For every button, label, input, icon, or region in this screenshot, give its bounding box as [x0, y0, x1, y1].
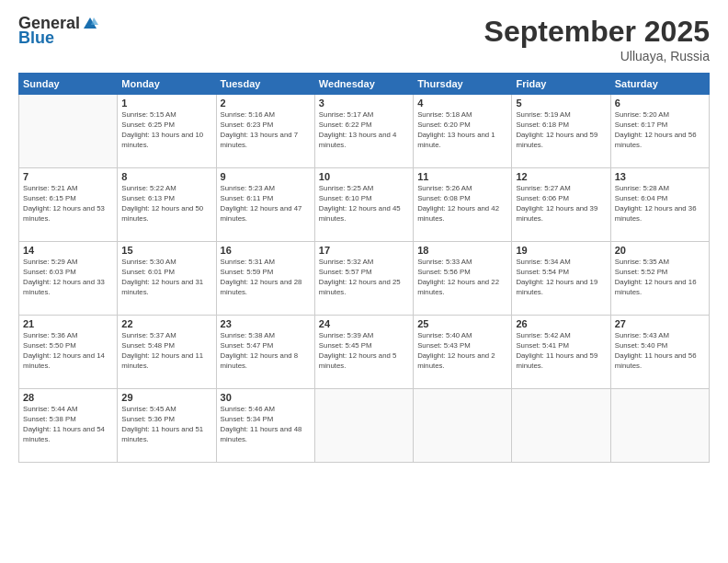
- day-info: Sunrise: 5:36 AMSunset: 5:50 PMDaylight:…: [23, 331, 113, 372]
- day-number: 17: [319, 245, 409, 256]
- table-row: 7 Sunrise: 5:21 AMSunset: 6:15 PMDayligh…: [19, 168, 118, 242]
- table-row: 10 Sunrise: 5:25 AMSunset: 6:10 PMDaylig…: [314, 168, 413, 242]
- table-row: 13 Sunrise: 5:28 AMSunset: 6:04 PMDaylig…: [610, 168, 709, 242]
- day-number: 2: [221, 98, 311, 109]
- day-info: Sunrise: 5:25 AMSunset: 6:10 PMDaylight:…: [319, 184, 409, 224]
- logo: General Blue: [18, 15, 98, 48]
- day-number: 12: [516, 171, 606, 182]
- header-sunday: Sunday: [19, 74, 118, 95]
- table-row: 22 Sunrise: 5:37 AMSunset: 5:48 PMDaylig…: [118, 316, 216, 389]
- weekday-header-row: Sunday Monday Tuesday Wednesday Thursday…: [19, 74, 710, 95]
- day-number: 14: [23, 245, 113, 256]
- header: General Blue September 2025 Ulluaya, Rus…: [18, 15, 710, 63]
- day-info: Sunrise: 5:32 AMSunset: 5:57 PMDaylight:…: [319, 258, 409, 298]
- table-row: 18 Sunrise: 5:33 AMSunset: 5:56 PMDaylig…: [414, 242, 512, 316]
- day-info: Sunrise: 5:18 AMSunset: 6:20 PMDaylight:…: [417, 110, 507, 151]
- header-saturday: Saturday: [610, 74, 709, 95]
- day-number: 13: [615, 171, 705, 182]
- calendar-week-row: 7 Sunrise: 5:21 AMSunset: 6:15 PMDayligh…: [19, 168, 710, 242]
- day-number: 7: [23, 171, 113, 182]
- calendar-table: Sunday Monday Tuesday Wednesday Thursday…: [18, 73, 710, 463]
- table-row: 23 Sunrise: 5:38 AMSunset: 5:47 PMDaylig…: [216, 316, 314, 389]
- day-info: Sunrise: 5:45 AMSunset: 5:36 PMDaylight:…: [121, 405, 211, 445]
- day-number: 19: [516, 245, 606, 256]
- day-number: 10: [319, 171, 409, 182]
- table-row: 3 Sunrise: 5:17 AMSunset: 6:22 PMDayligh…: [314, 95, 413, 168]
- calendar-week-row: 1 Sunrise: 5:15 AMSunset: 6:25 PMDayligh…: [19, 95, 710, 168]
- day-info: Sunrise: 5:27 AMSunset: 6:06 PMDaylight:…: [516, 184, 606, 224]
- table-row: 4 Sunrise: 5:18 AMSunset: 6:20 PMDayligh…: [414, 95, 512, 168]
- day-number: 8: [121, 171, 211, 182]
- table-row: 25 Sunrise: 5:40 AMSunset: 5:43 PMDaylig…: [414, 316, 512, 389]
- table-row: [19, 95, 118, 168]
- day-info: Sunrise: 5:15 AMSunset: 6:25 PMDaylight:…: [121, 110, 211, 151]
- header-wednesday: Wednesday: [314, 74, 413, 95]
- day-number: 23: [221, 318, 311, 329]
- day-info: Sunrise: 5:40 AMSunset: 5:43 PMDaylight:…: [417, 331, 507, 372]
- day-number: 16: [221, 245, 311, 256]
- day-number: 21: [23, 318, 113, 329]
- day-number: 26: [516, 318, 606, 329]
- table-row: 29 Sunrise: 5:45 AMSunset: 5:36 PMDaylig…: [118, 389, 216, 463]
- day-number: 4: [417, 98, 507, 109]
- day-number: 9: [221, 171, 311, 182]
- table-row: 20 Sunrise: 5:35 AMSunset: 5:52 PMDaylig…: [610, 242, 709, 316]
- day-info: Sunrise: 5:43 AMSunset: 5:40 PMDaylight:…: [615, 331, 705, 372]
- day-info: Sunrise: 5:26 AMSunset: 6:08 PMDaylight:…: [417, 184, 507, 224]
- day-number: 15: [121, 245, 211, 256]
- day-number: 22: [121, 318, 211, 329]
- day-info: Sunrise: 5:19 AMSunset: 6:18 PMDaylight:…: [516, 110, 606, 151]
- day-number: 27: [615, 318, 705, 329]
- table-row: 15 Sunrise: 5:30 AMSunset: 6:01 PMDaylig…: [118, 242, 216, 316]
- day-info: Sunrise: 5:44 AMSunset: 5:38 PMDaylight:…: [23, 405, 113, 445]
- table-row: 8 Sunrise: 5:22 AMSunset: 6:13 PMDayligh…: [118, 168, 216, 242]
- table-row: [314, 389, 413, 463]
- table-row: 2 Sunrise: 5:16 AMSunset: 6:23 PMDayligh…: [216, 95, 314, 168]
- table-row: 5 Sunrise: 5:19 AMSunset: 6:18 PMDayligh…: [512, 95, 610, 168]
- table-row: 12 Sunrise: 5:27 AMSunset: 6:06 PMDaylig…: [512, 168, 610, 242]
- table-row: 14 Sunrise: 5:29 AMSunset: 6:03 PMDaylig…: [19, 242, 118, 316]
- calendar-page: General Blue September 2025 Ulluaya, Rus…: [0, 0, 728, 563]
- table-row: 21 Sunrise: 5:36 AMSunset: 5:50 PMDaylig…: [19, 316, 118, 389]
- day-info: Sunrise: 5:28 AMSunset: 6:04 PMDaylight:…: [615, 184, 705, 224]
- table-row: 11 Sunrise: 5:26 AMSunset: 6:08 PMDaylig…: [414, 168, 512, 242]
- table-row: [414, 389, 512, 463]
- table-row: 26 Sunrise: 5:42 AMSunset: 5:41 PMDaylig…: [512, 316, 610, 389]
- day-number: 3: [319, 98, 409, 109]
- day-info: Sunrise: 5:29 AMSunset: 6:03 PMDaylight:…: [23, 258, 113, 298]
- day-info: Sunrise: 5:16 AMSunset: 6:23 PMDaylight:…: [221, 110, 311, 151]
- day-info: Sunrise: 5:33 AMSunset: 5:56 PMDaylight:…: [417, 258, 507, 298]
- day-info: Sunrise: 5:22 AMSunset: 6:13 PMDaylight:…: [121, 184, 211, 224]
- day-info: Sunrise: 5:37 AMSunset: 5:48 PMDaylight:…: [121, 331, 211, 372]
- table-row: [610, 389, 709, 463]
- month-title: September 2025: [484, 15, 710, 49]
- day-number: 28: [23, 392, 113, 403]
- day-info: Sunrise: 5:34 AMSunset: 5:54 PMDaylight:…: [516, 258, 606, 298]
- day-number: 25: [417, 318, 507, 329]
- calendar-week-row: 28 Sunrise: 5:44 AMSunset: 5:38 PMDaylig…: [19, 389, 710, 463]
- logo-blue-text: Blue: [18, 29, 98, 48]
- day-number: 29: [121, 392, 211, 403]
- table-row: 17 Sunrise: 5:32 AMSunset: 5:57 PMDaylig…: [314, 242, 413, 316]
- day-info: Sunrise: 5:21 AMSunset: 6:15 PMDaylight:…: [23, 184, 113, 224]
- table-row: 16 Sunrise: 5:31 AMSunset: 5:59 PMDaylig…: [216, 242, 314, 316]
- calendar-week-row: 14 Sunrise: 5:29 AMSunset: 6:03 PMDaylig…: [19, 242, 710, 316]
- title-block: September 2025 Ulluaya, Russia: [484, 15, 710, 63]
- table-row: 1 Sunrise: 5:15 AMSunset: 6:25 PMDayligh…: [118, 95, 216, 168]
- header-tuesday: Tuesday: [216, 74, 314, 95]
- day-number: 20: [615, 245, 705, 256]
- table-row: 6 Sunrise: 5:20 AMSunset: 6:17 PMDayligh…: [610, 95, 709, 168]
- table-row: 28 Sunrise: 5:44 AMSunset: 5:38 PMDaylig…: [19, 389, 118, 463]
- header-friday: Friday: [512, 74, 610, 95]
- day-info: Sunrise: 5:35 AMSunset: 5:52 PMDaylight:…: [615, 258, 705, 298]
- day-info: Sunrise: 5:17 AMSunset: 6:22 PMDaylight:…: [319, 110, 409, 151]
- table-row: 19 Sunrise: 5:34 AMSunset: 5:54 PMDaylig…: [512, 242, 610, 316]
- table-row: 27 Sunrise: 5:43 AMSunset: 5:40 PMDaylig…: [610, 316, 709, 389]
- table-row: 24 Sunrise: 5:39 AMSunset: 5:45 PMDaylig…: [314, 316, 413, 389]
- day-number: 1: [121, 98, 211, 109]
- day-info: Sunrise: 5:46 AMSunset: 5:34 PMDaylight:…: [221, 405, 311, 445]
- table-row: 9 Sunrise: 5:23 AMSunset: 6:11 PMDayligh…: [216, 168, 314, 242]
- location: Ulluaya, Russia: [484, 49, 710, 63]
- day-number: 18: [417, 245, 507, 256]
- day-info: Sunrise: 5:23 AMSunset: 6:11 PMDaylight:…: [221, 184, 311, 224]
